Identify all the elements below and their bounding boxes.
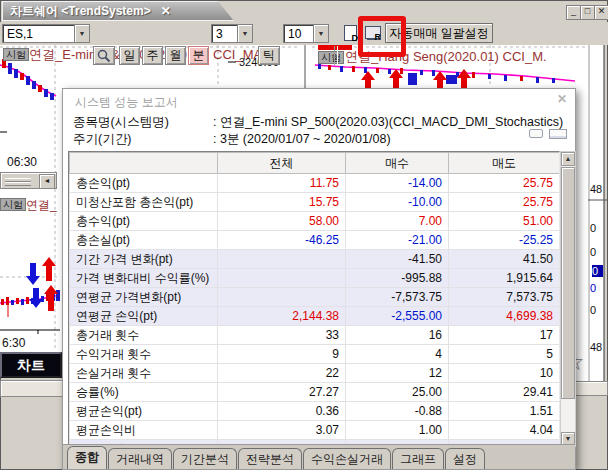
scrollbar-grip bbox=[5, 182, 31, 186]
period-week-button[interactable]: 주 bbox=[142, 46, 163, 65]
report-tab-거래내역[interactable]: 거래내역 bbox=[108, 448, 172, 469]
right-axis-label: 0 bbox=[590, 222, 607, 234]
small-window-icon[interactable] bbox=[529, 129, 543, 138]
table-row[interactable]: 연평균 손익(pt)2,144.38-2,555.004,699.38 bbox=[70, 307, 560, 326]
cell-value: 25.00 bbox=[346, 383, 449, 402]
report-tab-그래프[interactable]: 그래프 bbox=[392, 448, 444, 469]
row-label: 총거래 횟수 bbox=[70, 326, 218, 345]
table-row[interactable]: 승률(%)27.2725.0029.41 bbox=[70, 383, 560, 402]
scroll-left-icon[interactable]: ◄ bbox=[39, 174, 55, 189]
search-button[interactable] bbox=[93, 46, 115, 65]
period-info-label: 주기(기간) bbox=[73, 131, 213, 148]
cell-value: -7,573.75 bbox=[346, 288, 449, 307]
cell-value: 5 bbox=[449, 345, 560, 364]
cell-value: 58.00 bbox=[218, 212, 346, 231]
close-button[interactable]: ✕ bbox=[594, 5, 608, 20]
row-label: 수익거래 횟수 bbox=[70, 345, 218, 364]
report-tab-종합[interactable]: 종합 bbox=[67, 446, 107, 469]
cell-value: 0.36 bbox=[218, 402, 346, 421]
toolbar-separator bbox=[334, 46, 338, 65]
report-tab-기간분석[interactable]: 기간분석 bbox=[173, 448, 237, 469]
tab-close-icon[interactable]: ✕ bbox=[161, 4, 171, 18]
horizontal-scrollbar[interactable]: ◄ bbox=[0, 172, 57, 189]
cell-value: 25.75 bbox=[449, 193, 560, 212]
cell-value: -0.88 bbox=[346, 402, 449, 421]
scroll-up-icon[interactable]: ▲ bbox=[561, 152, 575, 166]
column-header: 전체 bbox=[218, 153, 346, 174]
cell-value: 3.07 bbox=[218, 421, 346, 440]
row-label: 미청산포함 총손익(pt) bbox=[70, 193, 218, 212]
cell-value: 9 bbox=[218, 345, 346, 364]
table-row[interactable]: 총손익(pt)11.75-14.0025.75 bbox=[70, 174, 560, 193]
symbol-info-label: 종목명(시스템명) bbox=[73, 114, 213, 131]
cell-value: 41.50 bbox=[449, 250, 560, 269]
cell-value: 1.00 bbox=[346, 421, 449, 440]
maximize-button[interactable]: □ bbox=[580, 5, 595, 20]
cell-value: 33 bbox=[218, 326, 346, 345]
table-row[interactable]: 총손실(pt)-46.25-21.00-25.25 bbox=[70, 231, 560, 250]
chart-toolbar: ES,1 ▼ 일 주 월 분 3 ▼ 틱 10 ▼ D R 자동매매 일괄설정 bbox=[0, 22, 608, 45]
row-label: 승률(%) bbox=[70, 383, 218, 402]
chart-panel-button[interactable]: 차트 bbox=[0, 352, 62, 378]
chevron-down-icon[interactable]: ▼ bbox=[237, 25, 252, 42]
table-row[interactable]: 기간 가격 변화(pt)-41.5041.50 bbox=[70, 250, 560, 269]
table-row[interactable]: 연평균 가격변화(pt)-7,573.757,573.75 bbox=[70, 288, 560, 307]
cell-value: 17 bbox=[449, 326, 560, 345]
window-title: 차트쉐어 <TrendSystem> bbox=[10, 3, 151, 20]
tick-button[interactable]: 틱 bbox=[258, 46, 280, 65]
dialog-close-icon[interactable]: ✕ bbox=[557, 92, 567, 106]
chevron-down-icon[interactable]: ▼ bbox=[313, 25, 328, 42]
wide-window-icon[interactable] bbox=[549, 129, 567, 139]
minimize-button[interactable]: _ bbox=[566, 5, 581, 20]
report-tab-수익손실거래[interactable]: 수익손실거래 bbox=[303, 448, 391, 469]
period-month-button[interactable]: 월 bbox=[165, 46, 186, 65]
performance-table: 전체매수매도총손익(pt)11.75-14.0025.75미청산포함 총손익(p… bbox=[69, 152, 560, 447]
panel-button-blank[interactable] bbox=[0, 380, 64, 397]
symbol-combobox[interactable]: ES,1 ▼ bbox=[2, 24, 90, 43]
scrollbar-thumb[interactable] bbox=[561, 167, 575, 399]
dialog-title: 시스템 성능 보고서 bbox=[75, 94, 178, 111]
table-row[interactable]: 가격 변화대비 수익률(%)-995.881,915.64 bbox=[70, 269, 560, 288]
table-row[interactable]: 수익거래 횟수945 bbox=[70, 345, 560, 364]
table-row[interactable]: 미청산포함 총손익(pt)15.75-10.0025.75 bbox=[70, 193, 560, 212]
time-axis-label: 06:30 bbox=[7, 155, 37, 169]
cell-value: 4 bbox=[346, 345, 449, 364]
row-label: 총손익(pt) bbox=[70, 174, 218, 193]
cell-value: 4,699.38 bbox=[449, 307, 560, 326]
search-icon bbox=[97, 49, 111, 63]
right-axis-label: 48 bbox=[590, 183, 607, 195]
cell-value bbox=[218, 288, 346, 307]
period-info-value: : 3분 (2020/01/07 ~ 2020/01/08) bbox=[213, 132, 391, 146]
tick-count-combobox[interactable]: 10 ▼ bbox=[283, 24, 329, 43]
table-row[interactable]: 평균손익비3.071.004.04 bbox=[70, 421, 560, 440]
cell-value: 10 bbox=[449, 364, 560, 383]
period-minute-button[interactable]: 분 bbox=[188, 46, 209, 65]
report-table-container: 전체매수매도총손익(pt)11.75-14.0025.75미청산포함 총손익(p… bbox=[68, 151, 560, 447]
cell-value: 4.04 bbox=[449, 421, 560, 440]
table-row[interactable]: 총수익(pt)58.007.0051.00 bbox=[70, 212, 560, 231]
table-row[interactable]: 총거래 횟수331617 bbox=[70, 326, 560, 345]
cell-value: 11.75 bbox=[218, 174, 346, 193]
cell-value: 1,915.64 bbox=[449, 269, 560, 288]
table-row[interactable]: 평균손익(pt)0.36-0.881.51 bbox=[70, 402, 560, 421]
cell-value: -25.25 bbox=[449, 231, 560, 250]
red-highlight-annotation bbox=[358, 16, 406, 57]
cell-value: 12 bbox=[346, 364, 449, 383]
left-bottom-chart-title: 연결_ bbox=[26, 197, 57, 214]
report-tab-전략분석[interactable]: 전략분석 bbox=[238, 448, 302, 469]
cell-value: 2,144.38 bbox=[218, 307, 346, 326]
row-label: 연평균 손익(pt) bbox=[70, 307, 218, 326]
buy-signal-block bbox=[408, 73, 417, 85]
period-day-button[interactable]: 일 bbox=[119, 46, 140, 65]
column-header: 매도 bbox=[449, 153, 560, 174]
minute-interval-combobox[interactable]: 3 ▼ bbox=[211, 24, 253, 43]
cell-value: -10.00 bbox=[346, 193, 449, 212]
row-label: 연평균 가격변화(pt) bbox=[70, 288, 218, 307]
column-header bbox=[70, 153, 218, 174]
table-vertical-scrollbar[interactable]: ▲ ▼ bbox=[560, 151, 576, 447]
window-title-tab[interactable]: 차트쉐어 <TrendSystem> ✕ bbox=[2, 1, 234, 21]
table-row[interactable]: 손실거래 횟수221210 bbox=[70, 364, 560, 383]
report-tab-설정[interactable]: 설정 bbox=[445, 448, 485, 469]
chevron-down-icon[interactable]: ▼ bbox=[74, 25, 89, 42]
cell-value: 51.00 bbox=[449, 212, 560, 231]
